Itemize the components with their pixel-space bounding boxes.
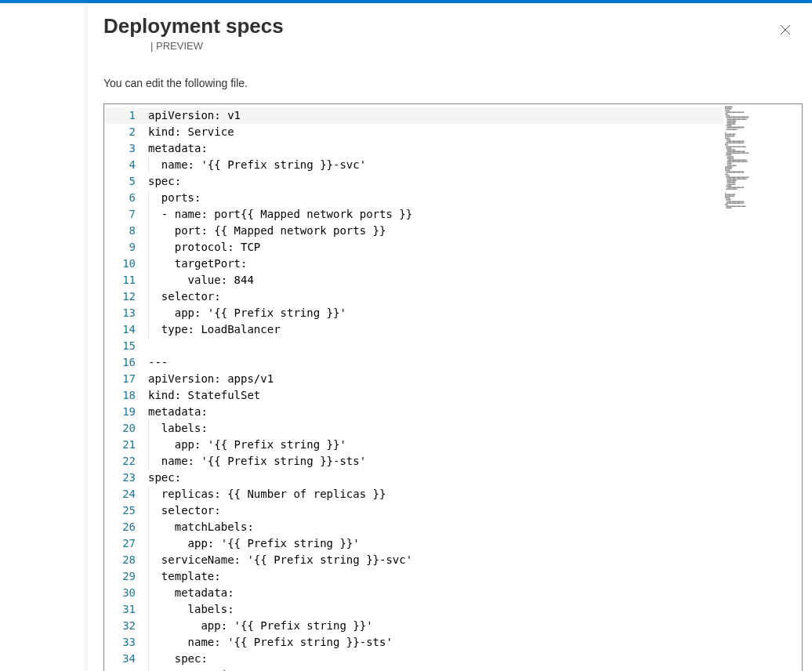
code-line[interactable]: 33 name: '{{ Prefix string }}-sts' [104, 634, 802, 651]
code-line[interactable]: 7 - name: port{{ Mapped network ports }} [104, 206, 802, 223]
code-line[interactable]: 22 name: '{{ Prefix string }}-sts' [104, 453, 802, 470]
code-text: spec: [148, 651, 208, 667]
code-line[interactable]: 30 metadata: [104, 585, 802, 601]
code-line[interactable]: 17apiVersion: apps/v1 [104, 371, 802, 387]
code-line[interactable]: 18kind: StatefulSet [104, 387, 802, 404]
code-line[interactable]: 6 ports: [104, 190, 802, 206]
code-text: selector: [148, 288, 221, 305]
instructions-text: You can edit the following file. [88, 77, 803, 89]
line-number: 7 [104, 206, 148, 223]
code-line[interactable]: 15 [104, 338, 802, 354]
code-line[interactable]: 14 type: LoadBalancer [104, 321, 802, 338]
line-number: 14 [104, 321, 148, 338]
code-text: spec: [148, 470, 181, 486]
code-text: replicas: {{ Number of replicas }} [148, 486, 386, 502]
code-line[interactable]: 16--- [104, 354, 802, 371]
code-line[interactable]: 23spec: [104, 470, 802, 486]
code-content[interactable]: 1apiVersion: v12kind: Service3metadata:4… [104, 104, 802, 671]
line-number: 5 [104, 173, 148, 190]
line-number: 1 [104, 107, 148, 124]
code-text: apiVersion: apps/v1 [148, 371, 274, 387]
code-line[interactable]: 27 app: '{{ Prefix string }}' [104, 535, 802, 552]
code-text: spec: [148, 173, 181, 190]
line-number: 21 [104, 437, 148, 453]
line-number: 25 [104, 502, 148, 519]
line-number: 28 [104, 552, 148, 568]
code-line[interactable]: 4 name: '{{ Prefix string }}-svc' [104, 157, 802, 173]
code-line[interactable]: 35 containers: [104, 667, 802, 671]
line-number: 18 [104, 387, 148, 404]
line-number: 20 [104, 420, 148, 437]
line-number: 15 [104, 338, 148, 354]
line-number: 8 [104, 223, 148, 239]
line-number: 10 [104, 256, 148, 272]
code-text: app: '{{ Prefix string }}' [148, 535, 360, 552]
code-line[interactable]: 34 spec: [104, 651, 802, 667]
code-text: labels: [148, 601, 234, 618]
line-number: 19 [104, 404, 148, 420]
code-text: labels: [148, 420, 208, 437]
line-number: 16 [104, 354, 148, 371]
close-button[interactable] [776, 20, 795, 39]
code-text: port: {{ Mapped network ports }} [148, 223, 386, 239]
line-number: 24 [104, 486, 148, 502]
code-line[interactable]: 20 labels: [104, 420, 802, 437]
code-text: metadata: [148, 404, 208, 420]
code-line[interactable]: 5spec: [104, 173, 802, 190]
code-text: name: '{{ Prefix string }}-sts' [148, 634, 393, 651]
line-number: 9 [104, 239, 148, 256]
code-text: app: '{{ Prefix string }}' [148, 437, 346, 453]
code-text: metadata: [148, 140, 208, 157]
line-number: 34 [104, 651, 148, 667]
code-line[interactable]: 10 targetPort: [104, 256, 802, 272]
line-number: 29 [104, 568, 148, 585]
code-text: kind: Service [148, 124, 234, 140]
code-text: serviceName: '{{ Prefix string }}-svc' [148, 552, 412, 568]
code-line[interactable]: 19metadata: [104, 404, 802, 420]
code-text: app: '{{ Prefix string }}' [148, 305, 346, 321]
code-line[interactable]: 12 selector: [104, 288, 802, 305]
line-number: 35 [104, 667, 148, 671]
line-number: 6 [104, 190, 148, 206]
code-text: --- [148, 354, 168, 371]
code-line[interactable]: 3metadata: [104, 140, 802, 157]
code-line[interactable]: 28 serviceName: '{{ Prefix string }}-svc… [104, 552, 802, 568]
code-line[interactable]: 31 labels: [104, 601, 802, 618]
code-line[interactable]: 8 port: {{ Mapped network ports }} [104, 223, 802, 239]
code-line[interactable]: 26 matchLabels: [104, 519, 802, 535]
code-line[interactable]: 9 protocol: TCP [104, 239, 802, 256]
code-line[interactable]: 24 replicas: {{ Number of replicas }} [104, 486, 802, 502]
line-number: 11 [104, 272, 148, 288]
code-line[interactable]: 29 template: [104, 568, 802, 585]
code-text: - name: port{{ Mapped network ports }} [148, 206, 412, 223]
code-editor[interactable]: 1apiVersion: v12kind: Service3metadata:4… [103, 103, 803, 671]
line-number: 33 [104, 634, 148, 651]
line-number: 17 [104, 371, 148, 387]
line-number: 2 [104, 124, 148, 140]
code-text: ports: [148, 190, 201, 206]
line-number: 30 [104, 585, 148, 601]
code-line[interactable]: 25 selector: [104, 502, 802, 519]
line-number: 31 [104, 601, 148, 618]
line-number: 32 [104, 618, 148, 634]
code-text: metadata: [148, 585, 234, 601]
code-text: protocol: TCP [148, 239, 260, 256]
code-text: apiVersion: v1 [148, 107, 241, 124]
code-text: type: LoadBalancer [148, 321, 281, 338]
code-line[interactable]: 13 app: '{{ Prefix string }}' [104, 305, 802, 321]
line-number: 13 [104, 305, 148, 321]
code-line[interactable]: 11 value: 844 [104, 272, 802, 288]
code-line[interactable]: 32 app: '{{ Prefix string }}' [104, 618, 802, 634]
line-number: 26 [104, 519, 148, 535]
panel-header: Deployment specs | PREVIEW [88, 14, 803, 61]
deployment-specs-panel: Deployment specs | PREVIEW You can edit … [88, 3, 812, 671]
code-line[interactable]: 1apiVersion: v1 [104, 107, 802, 124]
code-line[interactable]: 21 app: '{{ Prefix string }}' [104, 437, 802, 453]
code-text: kind: StatefulSet [148, 387, 260, 404]
code-text: template: [148, 568, 221, 585]
code-text: value: 844 [148, 272, 254, 288]
page-title: Deployment specs [103, 14, 803, 38]
code-line[interactable]: 2kind: Service [104, 124, 802, 140]
code-text: app: '{{ Prefix string }}' [148, 618, 373, 634]
line-number: 4 [104, 157, 148, 173]
